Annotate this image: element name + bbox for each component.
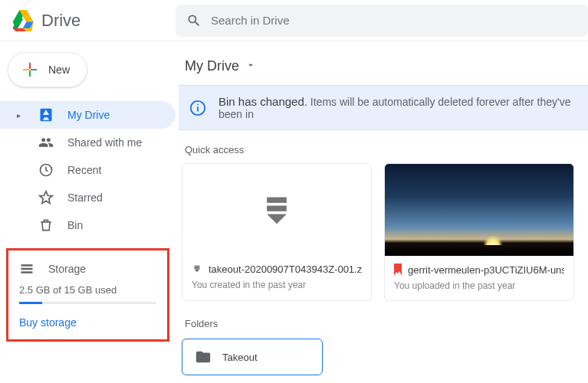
card-subtitle: You created in the past year <box>192 280 362 290</box>
storage-bar-fill <box>19 302 42 304</box>
svg-rect-14 <box>195 267 200 269</box>
new-button[interactable]: New <box>8 52 87 87</box>
nav-label: My Drive <box>67 109 110 121</box>
image-icon <box>394 264 402 276</box>
nav-label: Recent <box>67 164 101 176</box>
main: My Drive Bin has changed. Items will be … <box>176 41 588 375</box>
svg-rect-11 <box>267 198 287 203</box>
nav-my-drive[interactable]: ▸ My Drive <box>0 101 176 129</box>
nav-storage[interactable]: Storage <box>18 258 158 284</box>
sunset-icon <box>483 235 503 245</box>
nav-starred[interactable]: Starred <box>0 184 176 211</box>
card-name: gerrit-vermeulen-p3UCTiZIU6M-uns… <box>408 264 564 276</box>
card-thumbnail <box>182 164 371 256</box>
my-drive-icon <box>38 107 54 123</box>
brand[interactable]: Drive <box>0 10 176 31</box>
svg-rect-12 <box>267 206 287 211</box>
chevron-down-icon <box>245 58 256 74</box>
folder-chip[interactable]: Takeout <box>182 339 323 375</box>
nav-shared[interactable]: Shared with me <box>0 129 176 156</box>
svg-rect-13 <box>195 265 200 267</box>
shared-icon <box>38 135 54 150</box>
quick-access-title: Quick access <box>179 144 588 163</box>
quick-access-card[interactable]: takeout-20200907T043943Z-001.zip You cre… <box>182 163 372 301</box>
svg-point-10 <box>197 103 199 105</box>
star-icon <box>38 190 54 205</box>
drive-logo-icon <box>11 10 35 31</box>
svg-rect-7 <box>21 271 33 273</box>
sidebar: New ▸ My Drive Shared with me <box>0 41 176 375</box>
buy-storage-link[interactable]: Buy storage <box>18 316 158 329</box>
bin-icon <box>38 218 54 233</box>
nav-label: Starred <box>67 192 103 204</box>
nav-label: Bin <box>67 219 83 231</box>
folders-title: Folders <box>179 318 588 339</box>
caret-right-icon: ▸ <box>17 111 25 119</box>
quick-access-cards: takeout-20200907T043943Z-001.zip You cre… <box>179 163 588 301</box>
header: Drive <box>0 0 588 41</box>
breadcrumb[interactable]: My Drive <box>179 54 588 85</box>
nav-bin[interactable]: Bin <box>0 211 176 239</box>
info-icon <box>189 100 206 116</box>
zip-icon <box>192 264 202 275</box>
plus-icon <box>21 61 39 79</box>
svg-rect-6 <box>21 268 33 270</box>
storage-used-text: 2.5 GB of 15 GB used <box>18 284 158 296</box>
nav-label: Shared with me <box>67 136 142 149</box>
search-bar[interactable] <box>176 5 588 37</box>
card-name: takeout-20200907T043943Z-001.zip <box>209 264 362 275</box>
banner-title: Bin has changed. <box>218 95 307 108</box>
recent-icon <box>38 162 54 178</box>
folder-name: Takeout <box>222 352 258 363</box>
nav-recent[interactable]: Recent <box>0 156 176 184</box>
quick-access-card[interactable]: gerrit-vermeulen-p3UCTiZIU6M-uns… You up… <box>384 163 574 301</box>
storage-panel: Storage 2.5 GB of 15 GB used Buy storage <box>6 248 169 342</box>
search-input[interactable] <box>211 14 577 27</box>
new-button-label: New <box>48 64 70 76</box>
breadcrumb-title: My Drive <box>185 58 239 74</box>
card-subtitle: You uploaded in the past year <box>394 280 564 291</box>
storage-icon <box>19 261 34 277</box>
info-banner: Bin has changed. Items will be automatic… <box>179 85 588 130</box>
card-thumbnail <box>385 164 573 256</box>
brand-name: Drive <box>41 11 80 31</box>
folder-icon <box>195 349 212 365</box>
storage-label: Storage <box>48 263 86 275</box>
svg-rect-5 <box>21 264 33 267</box>
storage-bar <box>19 302 156 304</box>
search-icon <box>186 13 202 28</box>
nav: ▸ My Drive Shared with me Recent <box>0 101 176 239</box>
